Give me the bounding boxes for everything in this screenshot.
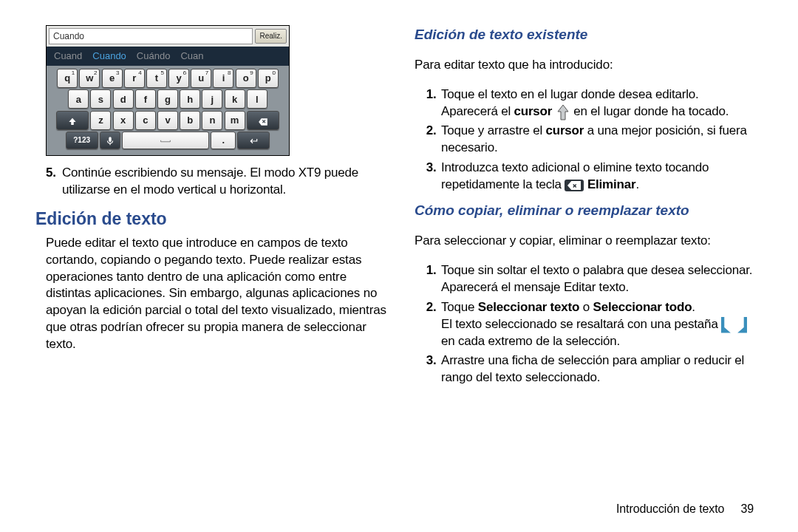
selection-handle-left-icon [721, 317, 732, 332]
key-e[interactable]: e3 [102, 69, 123, 88]
period-key[interactable]: . [211, 132, 236, 149]
shift-key[interactable] [56, 111, 89, 130]
key-b[interactable]: b [180, 111, 200, 130]
step-item: Toque el texto en el lugar donde desea e… [440, 86, 763, 120]
step-item: Arrastre una ficha de selección para amp… [440, 352, 763, 386]
key-t[interactable]: t5 [146, 69, 167, 88]
suggestion[interactable]: Cuándo [137, 50, 171, 63]
key-m[interactable]: m [225, 111, 245, 130]
voice-key[interactable] [100, 132, 120, 149]
text-input-field[interactable]: Cuando [49, 28, 253, 44]
key-g[interactable]: g [157, 89, 178, 109]
heading-copiar: Cómo copiar, eliminar o reemplazar texto [415, 201, 763, 220]
key-s[interactable]: s [90, 89, 111, 109]
step-item: Toque Seleccionar texto o Seleccionar to… [440, 299, 763, 350]
steps-edit-existing: Toque el texto en el lugar donde desea e… [420, 86, 763, 194]
key-x[interactable]: x [113, 111, 134, 130]
key-p[interactable]: p0 [258, 69, 279, 88]
cursor-icon [556, 103, 570, 120]
key-y[interactable]: y6 [168, 69, 189, 88]
delete-icon [565, 180, 584, 191]
step-item: Introduzca texto adicional o elimine tex… [440, 160, 763, 194]
keyboard: q1w2e3r4t5y6u7i8o9p0 asdfghjkl zxcvbnm ?… [47, 66, 289, 155]
key-v[interactable]: v [157, 111, 178, 130]
space-key[interactable] [122, 132, 209, 149]
key-l[interactable]: l [247, 89, 267, 109]
key-k[interactable]: k [225, 89, 245, 109]
key-o[interactable]: o9 [236, 69, 256, 88]
steps-copy-replace: Toque sin soltar el texto o palabra que … [420, 262, 763, 387]
key-u[interactable]: u7 [191, 69, 211, 88]
key-n[interactable]: n [202, 111, 222, 130]
backspace-key[interactable] [247, 111, 279, 130]
key-j[interactable]: j [202, 89, 222, 109]
paragraph-edicion-intro: Puede editar el texto que introduce en c… [46, 235, 388, 354]
key-z[interactable]: z [90, 111, 111, 130]
key-r[interactable]: r4 [124, 69, 145, 88]
key-i[interactable]: i8 [213, 69, 233, 88]
suggestion[interactable]: Cuan [180, 50, 203, 63]
enter-key[interactable] [237, 132, 270, 149]
symbols-key[interactable]: ?123 [66, 132, 98, 149]
key-d[interactable]: d [113, 89, 134, 109]
heading-edicion-existente: Edición de texto existente [415, 25, 763, 44]
key-q[interactable]: q1 [57, 69, 78, 88]
selection-handle-right-icon [736, 317, 747, 332]
key-w[interactable]: w2 [79, 69, 100, 88]
suggestion-bar: Cuand Cuando Cuándo Cuan [47, 47, 289, 66]
key-c[interactable]: c [135, 111, 156, 130]
suggestion[interactable]: Cuand [54, 50, 82, 63]
key-h[interactable]: h [180, 89, 200, 109]
intro-existente: Para editar texto que ha introducido: [415, 57, 763, 74]
done-button[interactable]: Realiz. [255, 29, 287, 44]
step-item: Toque sin soltar el texto o palabra que … [440, 262, 763, 296]
step-5: 5.Continúe escribiendo su mensaje. El mo… [46, 165, 388, 199]
heading-edicion-de-texto: Edición de texto [35, 208, 388, 231]
page-footer: Introducción de texto39 [616, 501, 754, 517]
intro-copiar: Para seleccionar y copiar, eliminar o re… [415, 233, 763, 250]
key-f[interactable]: f [135, 89, 156, 109]
key-a[interactable]: a [68, 89, 89, 109]
suggestion-selected[interactable]: Cuando [92, 50, 126, 63]
step-item: Toque y arrastre el cursor a una mejor p… [440, 123, 763, 157]
keyboard-screenshot: Cuando Realiz. Cuand Cuando Cuándo Cuan … [46, 25, 290, 156]
